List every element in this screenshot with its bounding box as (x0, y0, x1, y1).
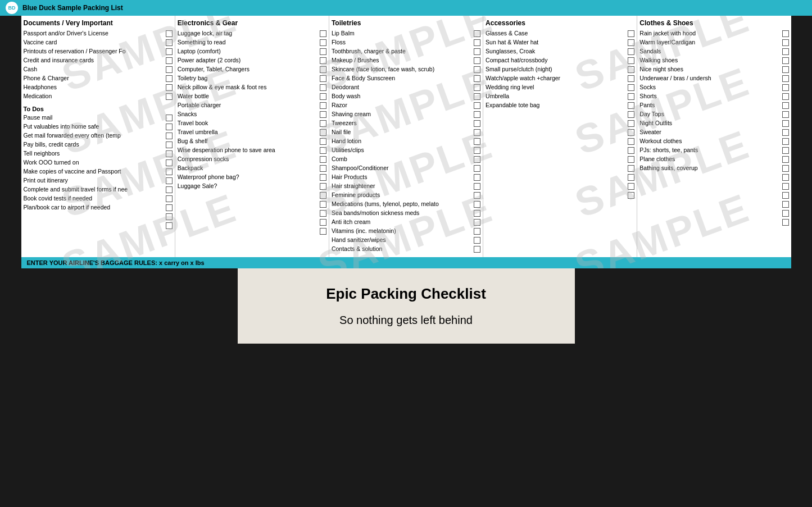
checkbox[interactable] (628, 102, 634, 109)
checkbox[interactable] (474, 75, 480, 82)
checkbox[interactable] (628, 156, 634, 163)
checkbox[interactable] (474, 174, 480, 181)
checkbox[interactable] (782, 192, 789, 199)
checkbox[interactable] (166, 195, 173, 202)
checkbox[interactable] (474, 156, 480, 163)
checkbox[interactable] (166, 57, 173, 64)
checkbox[interactable] (320, 192, 326, 199)
checkbox[interactable] (782, 174, 789, 181)
checkbox[interactable] (166, 39, 173, 46)
checkbox[interactable] (628, 111, 634, 118)
checkbox[interactable] (320, 48, 326, 55)
checkbox[interactable] (474, 39, 480, 46)
checkbox[interactable] (474, 111, 480, 118)
checkbox[interactable] (474, 237, 480, 244)
checkbox[interactable] (320, 210, 326, 217)
checkbox[interactable] (474, 228, 480, 235)
checkbox[interactable] (628, 192, 634, 199)
checkbox[interactable] (782, 93, 789, 100)
checkbox[interactable] (628, 174, 634, 181)
checkbox[interactable] (782, 75, 789, 82)
checkbox[interactable] (782, 147, 789, 154)
checkbox[interactable] (320, 75, 326, 82)
checkbox[interactable] (628, 147, 634, 154)
checkbox[interactable] (320, 120, 326, 127)
checkbox[interactable] (628, 57, 634, 64)
checkbox[interactable] (628, 138, 634, 145)
checkbox[interactable] (474, 138, 480, 145)
checkbox[interactable] (166, 204, 173, 211)
checkbox[interactable] (474, 129, 480, 136)
checkbox[interactable] (474, 102, 480, 109)
checkbox[interactable] (782, 66, 789, 73)
checkbox[interactable] (628, 93, 634, 100)
checkbox[interactable] (166, 222, 173, 229)
checkbox[interactable] (782, 84, 789, 91)
checkbox[interactable] (474, 93, 480, 100)
checkbox[interactable] (782, 165, 789, 172)
checkbox[interactable] (320, 147, 326, 154)
checkbox[interactable] (166, 133, 173, 139)
checkbox[interactable] (628, 48, 634, 55)
checkbox[interactable] (166, 30, 173, 37)
checkbox[interactable] (166, 186, 173, 193)
checkbox[interactable] (782, 111, 789, 118)
checkbox[interactable] (166, 177, 173, 184)
checkbox[interactable] (474, 147, 480, 154)
checkbox[interactable] (320, 111, 326, 118)
checkbox[interactable] (166, 150, 173, 157)
checkbox[interactable] (166, 84, 173, 91)
checkbox[interactable] (474, 201, 480, 208)
checkbox[interactable] (166, 124, 173, 130)
checkbox[interactable] (320, 93, 326, 100)
checkbox[interactable] (628, 183, 634, 190)
checkbox[interactable] (166, 168, 173, 175)
checkbox[interactable] (782, 39, 789, 46)
checkbox[interactable] (166, 66, 173, 73)
checkbox[interactable] (782, 129, 789, 136)
checkbox[interactable] (320, 201, 326, 208)
checkbox[interactable] (320, 219, 326, 226)
checkbox[interactable] (782, 156, 789, 163)
checkbox[interactable] (474, 183, 480, 190)
checkbox[interactable] (320, 174, 326, 181)
checkbox[interactable] (782, 57, 789, 64)
checkbox[interactable] (320, 30, 326, 37)
checkbox[interactable] (628, 165, 634, 172)
checkbox[interactable] (320, 84, 326, 91)
checkbox[interactable] (782, 102, 789, 109)
checkbox[interactable] (166, 159, 173, 166)
checkbox[interactable] (166, 115, 173, 121)
checkbox[interactable] (320, 66, 326, 73)
checkbox[interactable] (628, 75, 634, 82)
checkbox[interactable] (320, 138, 326, 145)
checkbox[interactable] (320, 39, 326, 46)
checkbox[interactable] (782, 30, 789, 37)
checkbox[interactable] (628, 30, 634, 37)
checkbox[interactable] (782, 201, 789, 208)
checkbox[interactable] (474, 30, 480, 37)
checkbox[interactable] (474, 120, 480, 127)
checkbox[interactable] (782, 138, 789, 145)
checkbox[interactable] (474, 165, 480, 172)
checkbox[interactable] (474, 246, 480, 253)
checkbox[interactable] (320, 156, 326, 163)
checkbox[interactable] (320, 102, 326, 109)
checkbox[interactable] (628, 84, 634, 91)
checkbox[interactable] (320, 183, 326, 190)
checkbox[interactable] (474, 219, 480, 226)
checkbox[interactable] (474, 210, 480, 217)
checkbox[interactable] (474, 84, 480, 91)
checkbox[interactable] (474, 48, 480, 55)
checkbox[interactable] (474, 192, 480, 199)
checkbox[interactable] (474, 57, 480, 64)
checkbox[interactable] (782, 219, 789, 226)
checkbox[interactable] (166, 75, 173, 82)
checkbox[interactable] (782, 183, 789, 190)
checkbox[interactable] (166, 93, 173, 100)
checkbox[interactable] (166, 213, 173, 220)
checkbox[interactable] (782, 120, 789, 127)
checkbox[interactable] (628, 129, 634, 136)
checkbox[interactable] (166, 48, 173, 55)
checkbox[interactable] (474, 66, 480, 73)
